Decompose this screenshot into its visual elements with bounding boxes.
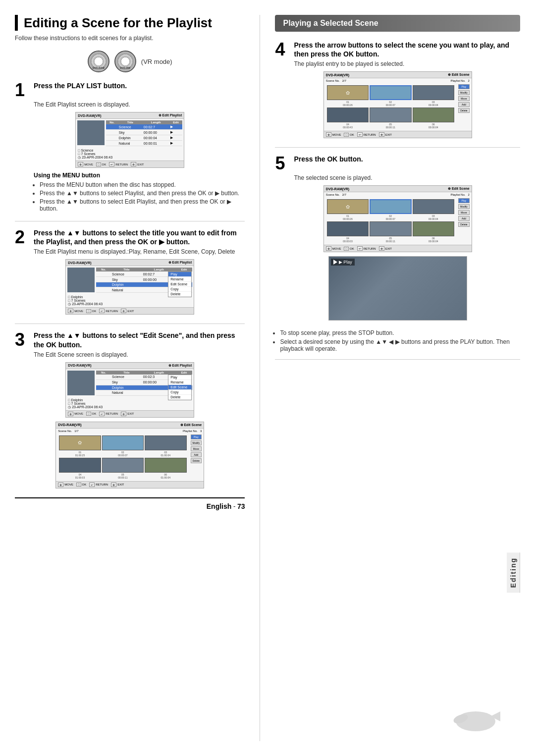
step3a-thumb bbox=[67, 371, 95, 395]
step3b-nav: ⊕MOVE □OK ↩RETURN ⊗EXIT bbox=[56, 481, 204, 488]
submenu-title: Using the MENU button bbox=[34, 172, 245, 179]
vr-mode-row: DVD-RAM DVD-RW (VR mode) bbox=[15, 51, 245, 72]
page-title: Editing a Scene for the Playlist bbox=[15, 15, 245, 31]
step4-nav: ⊕MOVE □OK ↩RETURN ⊗EXIT bbox=[324, 131, 472, 138]
step-2-number: 2 bbox=[15, 228, 29, 246]
step-4-screen: DVD-RAM(VR) ⊕ Edit Scene Scene No. 2/7 P… bbox=[323, 71, 472, 138]
step-4-title: Press the arrow buttons to select the sc… bbox=[294, 41, 520, 58]
footer-page: 73 bbox=[237, 502, 245, 510]
step-2-desc: The Edit Playlist menu is displayed.:Pla… bbox=[34, 248, 245, 255]
step3b-scene-grid: ✿ 01 01:00:25 02 00:00:07 bbox=[58, 434, 187, 480]
step-3-desc: The Edit Scene screen is displayed. bbox=[34, 351, 245, 358]
step1-table: No.TitleLengthEdit Science00:02:7▶ Sky00… bbox=[106, 120, 182, 146]
step1-main-thumb bbox=[77, 120, 105, 145]
play-image-area: ▶ Play bbox=[328, 256, 467, 321]
step5-scene-grid: ✿ 01 00:00:26 02 00:00:07 bbox=[326, 198, 455, 244]
step1-bullets: Press the MENU button when the disc has … bbox=[40, 181, 245, 212]
footer-language: English bbox=[207, 502, 232, 510]
page-subtitle: Follow these instructions to edit scenes… bbox=[15, 35, 245, 42]
step-1-screen: DVD-RAM(VR) ⊕ Edit Playlist No.TitleLeng… bbox=[75, 112, 184, 168]
step-3-screen-a: DVD-RAM(VR) ⊕ Edit Playlist No.TitleLeng… bbox=[65, 362, 194, 418]
step-1-title: Press the PLAY LIST button. bbox=[34, 81, 127, 90]
screen1-header-right: ⊕ Edit Playlist bbox=[159, 113, 182, 117]
step-1-desc: The Edit Playlist screen is displayed. bbox=[34, 101, 245, 108]
step-4-desc: The playlist entry to be played is selec… bbox=[294, 60, 520, 67]
vr-mode-label: (VR mode) bbox=[141, 58, 172, 65]
title-bar-decoration bbox=[15, 15, 18, 31]
step-1: 1 Press the PLAY LIST button. The Edit P… bbox=[15, 81, 245, 212]
step-5-desc: The selected scene is played. bbox=[294, 174, 520, 181]
menu-copy: Copy bbox=[168, 287, 191, 292]
step-4-number: 4 bbox=[275, 41, 289, 58]
step-3-number: 3 bbox=[15, 331, 29, 349]
step-3: 3 Press the ▲▼ buttons to select "Edit S… bbox=[15, 331, 245, 488]
step4-scene-grid: ✿ 01 00:00:26 02 00:00:07 bbox=[326, 84, 455, 130]
step2-context-menu: Play Rename Edit Scene Copy Delete bbox=[168, 271, 192, 297]
step5-nav: ⊕MOVE □OK ↩RETURN ⊗EXIT bbox=[324, 245, 472, 252]
step3a-nav: ⊕MOVE □OK ↩RETURN ⊗EXIT bbox=[66, 410, 194, 417]
screen1-header-left: DVD-RAM(VR) bbox=[78, 114, 101, 117]
bottom-bullets: To stop scene play, press the STOP butto… bbox=[280, 329, 520, 352]
dvd-ram-icon: DVD-RAM bbox=[88, 51, 109, 72]
step5-side-buttons: Play Modify Move Add Delete bbox=[458, 198, 470, 244]
step-2: 2 Press the ▲▼ buttons to select the tit… bbox=[15, 228, 245, 315]
step-5: 5 Press the OK button. The selected scen… bbox=[275, 155, 520, 321]
step3b-side-buttons: Play Modify Move Add Delete bbox=[191, 434, 202, 480]
dolphin-silhouette bbox=[451, 697, 500, 736]
menu-delete: Delete bbox=[168, 292, 191, 297]
play-indicator: ▶ Play bbox=[331, 259, 355, 266]
step-5-screen: DVD-RAM(VR) ⊕ Edit Scene Scene No. 2/7 P… bbox=[323, 185, 472, 252]
dvd-rw-icon: DVD-RW bbox=[114, 51, 136, 72]
editing-sidebar-label: Editing bbox=[507, 552, 520, 593]
step-3-title: Press the ▲▼ buttons to select "Edit Sce… bbox=[34, 331, 245, 349]
play-triangle-icon bbox=[333, 260, 337, 265]
menu-edit-scene: Edit Scene bbox=[168, 282, 191, 287]
step2-main-thumb bbox=[67, 268, 95, 292]
step1-nav: ⊕MOVE □OK ↩RETURN ⊗EXIT bbox=[76, 161, 184, 167]
step4-side-buttons: Play Modify Move Add Delete bbox=[458, 84, 470, 130]
section-header-banner: Playing a Selected Scene bbox=[275, 15, 520, 32]
step2-nav: ⊕MOVE □OK ↩RETURN ⊗EXIT bbox=[66, 307, 194, 314]
step-2-title: Press the ▲▼ buttons to select the title… bbox=[34, 228, 245, 246]
menu-play: Play bbox=[168, 272, 191, 277]
step-2-screen: DVD-RAM(VR) ⊕ Edit Playlist No.TitleLeng… bbox=[65, 259, 194, 315]
step-3-screen-b: DVD-RAM(VR) ⊕ Edit Scene Scene No. 1/7 P… bbox=[55, 422, 204, 488]
screen2-header-right: ⊕ Edit Playlist bbox=[168, 261, 192, 265]
play-label: ▶ Play bbox=[339, 260, 352, 265]
menu-rename: Rename bbox=[168, 277, 191, 282]
step-5-title: Press the OK button. bbox=[294, 155, 363, 163]
step-4: 4 Press the arrow buttons to select the … bbox=[275, 41, 520, 138]
step-5-number: 5 bbox=[275, 155, 289, 172]
page-footer: English - 73 bbox=[15, 497, 245, 510]
step-1-number: 1 bbox=[15, 81, 29, 99]
step3a-context-menu: Play Rename Edit Scene Copy Delete bbox=[168, 375, 192, 400]
screen2-header-left: DVD-RAM(VR) bbox=[68, 261, 91, 265]
